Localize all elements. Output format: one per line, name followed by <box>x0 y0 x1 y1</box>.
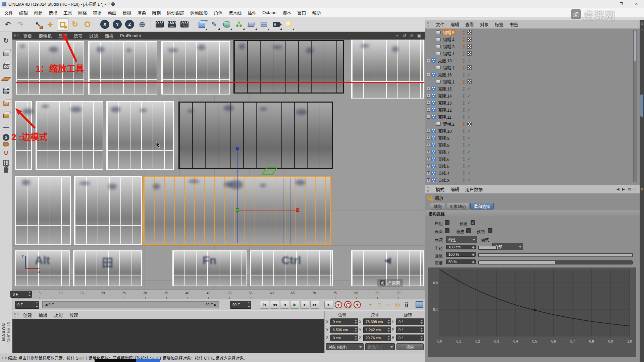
value-field-半径[interactable]: 100 cm <box>446 245 476 249</box>
object-name[interactable]: 克隆.14 <box>437 93 453 99</box>
attribute-tab-柔和选择[interactable]: 柔和选择 <box>470 203 494 209</box>
object-row[interactable]: +克隆.3✓ <box>425 177 640 184</box>
visibility-dots[interactable] <box>463 101 465 105</box>
visibility-dots[interactable] <box>463 80 465 84</box>
menu-帮助[interactable]: 帮助 <box>309 9 324 16</box>
expander-icon[interactable]: − <box>427 115 430 119</box>
attribute-menu-模式[interactable]: 模式 <box>433 186 447 192</box>
object-row[interactable]: +克隆.8✓ <box>425 141 640 148</box>
visibility-dots[interactable] <box>463 38 465 42</box>
object-row[interactable]: +克隆.5✓ <box>425 163 640 170</box>
object-row[interactable]: 键帽.1 <box>425 78 640 85</box>
edge-scrollbar-thumb[interactable] <box>640 95 643 117</box>
coord-mode-dropdown[interactable]: 对象 (相对) <box>326 343 364 350</box>
object-row[interactable]: 键帽.2 <box>425 120 640 127</box>
maximize-button[interactable]: ❐ <box>614 0 629 8</box>
enable-check-icon[interactable]: ✓ <box>467 157 471 162</box>
coord-stepper[interactable] <box>354 320 357 324</box>
nav-icon[interactable]: ◀ <box>616 187 619 191</box>
object-name[interactable]: 键帽.4 <box>442 37 455 42</box>
coord-value-field[interactable]: 78.398 cm <box>363 318 391 325</box>
edge-layout-icon[interactable]: ▤ <box>640 187 644 191</box>
object-manager-menu-标签[interactable]: 标签 <box>492 21 506 27</box>
checkbox-启用[interactable] <box>445 220 449 225</box>
object-manager-menu-书签[interactable]: 书签 <box>506 21 521 27</box>
rotate-tool[interactable]: ↻ <box>69 18 81 31</box>
viewport-menu-选项[interactable]: 选项 <box>70 33 86 39</box>
menu-雕刻[interactable]: 雕刻 <box>149 9 164 16</box>
primitive-cube-button[interactable] <box>196 18 208 31</box>
make-editable-button[interactable]: ↻ <box>1 35 11 46</box>
object-name[interactable]: 键帽.1 <box>442 65 455 70</box>
subdivision-surface-button[interactable] <box>221 18 232 31</box>
live-selection-tool[interactable]: ↖ <box>32 18 44 31</box>
expander-icon[interactable]: + <box>427 171 430 175</box>
visibility-dots[interactable] <box>463 122 465 126</box>
expander-icon[interactable]: − <box>427 59 430 62</box>
coord-stepper[interactable] <box>387 336 390 340</box>
visibility-dots[interactable] <box>463 164 465 168</box>
checkbox-表面[interactable] <box>445 228 449 233</box>
value-stepper[interactable] <box>472 253 475 255</box>
key-group[interactable]: Ctrl <box>250 250 333 286</box>
key-group[interactable] <box>178 102 333 169</box>
texture-tag-icon[interactable] <box>467 79 472 84</box>
goto-end-button[interactable]: ▶| <box>324 301 333 309</box>
object-row[interactable]: +克隆.13✓ <box>425 99 640 106</box>
expander-icon[interactable]: + <box>427 94 430 98</box>
keyframe-selection-button[interactable] <box>354 301 361 308</box>
frame-number-stepper[interactable] <box>35 302 38 307</box>
expander-icon[interactable]: + <box>427 150 430 154</box>
prev-key-button[interactable]: ◀◀ <box>270 301 279 309</box>
texture-tag-icon[interactable] <box>467 51 472 56</box>
coord-value-field[interactable]: 0 ° <box>396 326 424 333</box>
paint-mode-button[interactable] <box>3 142 9 146</box>
visibility-dots[interactable] <box>463 87 465 91</box>
deformer-button[interactable] <box>246 18 257 31</box>
workplane-mode-button[interactable] <box>1 72 11 83</box>
floor-environment-button[interactable] <box>258 18 270 31</box>
menu-工具[interactable]: 工具 <box>60 9 75 16</box>
visibility-dots[interactable] <box>463 157 465 161</box>
menu-脚本[interactable]: 脚本 <box>279 9 294 16</box>
menu-捕捉[interactable]: 捕捉 <box>90 9 105 16</box>
record-rotation-toggle[interactable]: ○ <box>385 301 392 308</box>
enable-check-icon[interactable]: ✓ <box>467 149 471 155</box>
scrollbar-thumb[interactable] <box>634 31 636 61</box>
checkbox-预览[interactable]: ✓ <box>471 220 475 225</box>
next-key-button[interactable]: ▶▶ <box>310 301 319 309</box>
object-name[interactable]: 键帽.5 <box>442 29 455 35</box>
visibility-dots[interactable] <box>463 136 465 140</box>
object-row[interactable]: 键帽.4 <box>425 36 640 43</box>
object-row[interactable]: 键帽.3 <box>425 43 640 50</box>
close-button[interactable]: ✕ <box>629 0 644 8</box>
visibility-dots[interactable] <box>463 115 465 119</box>
coord-stepper[interactable] <box>387 320 390 324</box>
render-view-button[interactable] <box>154 18 165 31</box>
coord-stepper[interactable] <box>354 328 357 332</box>
visibility-dots[interactable] <box>463 66 465 70</box>
attribute-menu-用户数据[interactable]: 用户数据 <box>462 186 486 192</box>
edges-mode-button[interactable] <box>1 97 11 108</box>
mograph-cloner-button[interactable] <box>233 18 245 31</box>
move-tool[interactable]: + <box>44 18 56 31</box>
edge-icon[interactable]: □ <box>640 28 644 32</box>
value-field-强度[interactable]: 100 % <box>446 252 476 257</box>
menu-文件[interactable]: 文件 <box>1 9 16 16</box>
enable-check-icon[interactable]: ✓ <box>467 114 471 119</box>
key-group[interactable] <box>233 40 344 94</box>
dropdown-衰减[interactable]: 线性 <box>446 236 477 243</box>
object-name[interactable]: 克隆.6 <box>437 156 450 162</box>
object-row[interactable]: +克隆.10✓ <box>425 127 640 134</box>
viewport-menu-显示[interactable]: 显示 <box>55 33 70 39</box>
falloff-curve[interactable]: 0.00.10.20.30.40.50.60.70.80.91.00.80.4 <box>428 267 636 358</box>
object-name[interactable]: 键帽.3 <box>442 44 455 49</box>
lock-x-axis-button[interactable]: X <box>99 18 111 31</box>
object-manager-menu-文件[interactable]: 文件 <box>433 21 447 27</box>
object-row[interactable]: 键帽.1 <box>425 50 640 57</box>
coord-value-field[interactable]: 0 ° <box>396 318 424 325</box>
attribute-menu-编辑[interactable]: 编辑 <box>447 186 462 192</box>
value-stepper[interactable] <box>472 246 475 248</box>
visibility-dots[interactable] <box>463 129 465 133</box>
menu-动画[interactable]: 动画 <box>105 9 119 16</box>
